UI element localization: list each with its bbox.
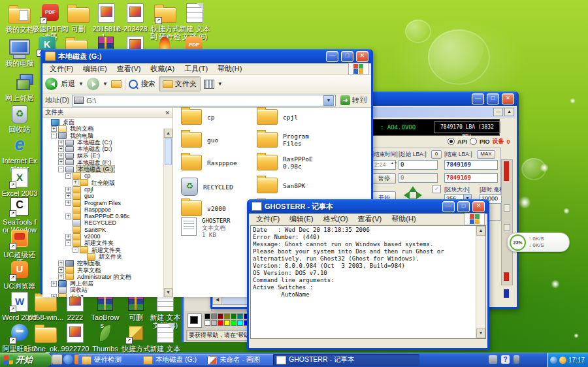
views-dropdown-icon[interactable]: ▼ [218, 81, 223, 87]
tray-messenger-icon[interactable] [550, 357, 557, 364]
scroll-up-icon[interactable]: ▲ [504, 108, 514, 116]
maximize-button[interactable]: □ [457, 201, 470, 212]
address-combo[interactable]: G:\ ▼ [72, 95, 336, 106]
menu-item[interactable]: 查看(V) [353, 214, 387, 225]
file-item[interactable]: RasPPPoE 0.98c [257, 155, 329, 170]
scroll-down-icon[interactable]: ▼ [164, 288, 172, 297]
palette-swatch[interactable] [224, 313, 230, 319]
menu-item[interactable]: 工具(T) [180, 63, 212, 74]
help-icon[interactable]: ? [501, 355, 510, 364]
palette-swatch[interactable] [218, 320, 223, 326]
palette-swatch[interactable] [231, 320, 237, 326]
tree-item[interactable]: +我的文档 [42, 125, 172, 132]
notepad-window[interactable]: GHOSTERR - 记事本 — □ ✕ 文件(F)编辑(E)格式(O)查看(V… [247, 199, 489, 350]
option-checkbox[interactable]: ✓ [433, 185, 441, 193]
tree-toggle-icon[interactable]: - [58, 167, 64, 172]
menu-item[interactable]: 编辑(E) [78, 63, 112, 74]
task-button[interactable]: 硬件检测 [78, 354, 142, 366]
minimize-button[interactable]: — [472, 93, 484, 104]
menu-item[interactable]: 查看(V) [112, 63, 146, 74]
tree-item[interactable]: -新建文件夹 [42, 240, 172, 246]
updates-icon[interactable] [514, 355, 519, 364]
taskbar-clock[interactable]: 17:17 [568, 357, 585, 364]
palette-swatch[interactable] [237, 320, 243, 326]
palette-swatch[interactable] [211, 313, 217, 319]
start-button[interactable]: 开始 [0, 353, 52, 367]
file-item[interactable]: cp [181, 109, 253, 125]
task-button[interactable]: 未命名 - 画图 [204, 354, 274, 366]
tree-toggle-icon[interactable]: + [58, 146, 64, 152]
back-button[interactable] [45, 78, 57, 90]
search-label[interactable]: 搜索 [141, 79, 155, 89]
tray-security-icon[interactable] [559, 357, 566, 364]
scroll-down-icon[interactable]: ▼ [476, 328, 485, 338]
desktop-icon[interactable]: 网上邻居 [1, 72, 38, 102]
folders-pane-close-icon[interactable]: ✕ [165, 110, 170, 116]
file-item[interactable]: Raspppoe [181, 155, 253, 170]
tree-item[interactable]: San8PK [42, 227, 172, 233]
tree-toggle-icon[interactable]: + [58, 140, 64, 146]
menu-item[interactable]: 帮助(H) [213, 63, 246, 74]
tree-item[interactable]: +RasPPPoE 0.98c [42, 213, 172, 219]
tree-item[interactable]: RECYCLED [42, 219, 172, 226]
palette-swatch[interactable] [224, 320, 230, 326]
pad-left-icon[interactable] [400, 191, 410, 199]
tree-item[interactable]: +控制面板 [42, 260, 172, 266]
memory-gauge[interactable]: 23% [510, 234, 526, 251]
search-icon[interactable] [129, 80, 138, 89]
tree-item[interactable]: +cpjl [42, 186, 172, 193]
task-button[interactable]: GHOSTERR - 记事本 [273, 354, 419, 366]
volume-icon[interactable] [489, 355, 497, 364]
notepad-scrollbar[interactable]: ▲ ▼ [476, 226, 485, 338]
tree-item[interactable]: Raspppoe [42, 206, 172, 213]
paint-current-color[interactable] [188, 313, 202, 328]
tree-item[interactable]: +v2000 [42, 233, 172, 240]
close-button[interactable]: ✕ [472, 201, 485, 212]
pad-right-icon[interactable] [416, 191, 426, 199]
forward-button[interactable] [87, 78, 99, 90]
explorer-titlebar[interactable]: 本地磁盘 (G:) — □ ✕ [42, 49, 371, 63]
close-button[interactable]: ✕ [356, 51, 368, 62]
tree-item[interactable]: +红全能版 [42, 180, 172, 186]
menu-item[interactable]: 格式(O) [319, 214, 353, 225]
tree-item[interactable]: -cp [42, 172, 172, 179]
tree-item[interactable]: +disk3 [42, 294, 172, 297]
tree-item[interactable]: -我的电脑 [42, 133, 172, 139]
maximize-button[interactable]: □ [341, 51, 353, 62]
menu-item[interactable]: 文件(F) [252, 214, 284, 225]
tree-scrollbar[interactable]: ▲ ▼ [163, 129, 172, 297]
net-speed-widget[interactable]: 23% ↑ 0K/S ↓ 0K/S [507, 232, 570, 252]
tree-item[interactable]: -本地磁盘 (G:) [42, 166, 172, 172]
palette-swatch[interactable] [211, 320, 217, 326]
tree-toggle-icon[interactable]: + [51, 294, 57, 297]
tree-item[interactable]: +娱乐 (E:) [42, 152, 172, 159]
notepad-titlebar[interactable]: GHOSTERR - 记事本 — □ ✕ [249, 199, 487, 214]
tree-item[interactable]: +guo [42, 193, 172, 199]
child-minimize-button[interactable]: — [493, 108, 503, 116]
folders-toggle-button[interactable]: 文件夹 [159, 76, 201, 91]
tree-item[interactable]: -新建文件夹 [42, 247, 172, 253]
tree-item[interactable]: 新文件夹 [42, 253, 172, 260]
api-radio[interactable] [448, 138, 455, 145]
close-button[interactable]: ✕ [502, 93, 514, 104]
tree-item[interactable]: +网上邻居 [42, 280, 172, 287]
file-item[interactable]: Program Files [257, 132, 329, 148]
scrollbar-thumb[interactable] [165, 138, 172, 165]
up-folder-button[interactable] [111, 80, 122, 88]
minimize-button[interactable]: — [326, 51, 338, 62]
tree-toggle-icon[interactable]: + [65, 193, 71, 199]
tree-toggle-icon[interactable]: - [73, 247, 78, 253]
end-time-spinner[interactable]: 2:24 [372, 160, 396, 170]
pio-radio[interactable] [470, 138, 477, 145]
pause-button[interactable]: 暂停 [372, 173, 396, 184]
tree-toggle-icon[interactable]: + [65, 234, 71, 240]
tree-toggle-icon[interactable]: + [65, 187, 71, 193]
tree-toggle-icon[interactable]: + [65, 200, 71, 206]
menu-item[interactable]: 收藏(A) [146, 63, 179, 74]
views-icon[interactable] [204, 80, 214, 89]
forward-dropdown-icon[interactable]: ▼ [103, 81, 108, 87]
tree-toggle-icon[interactable]: - [51, 133, 57, 138]
file-item[interactable]: cpjl [257, 109, 329, 125]
file-item[interactable]: San8PK [257, 178, 329, 193]
back-label[interactable]: 后退 [61, 79, 75, 89]
